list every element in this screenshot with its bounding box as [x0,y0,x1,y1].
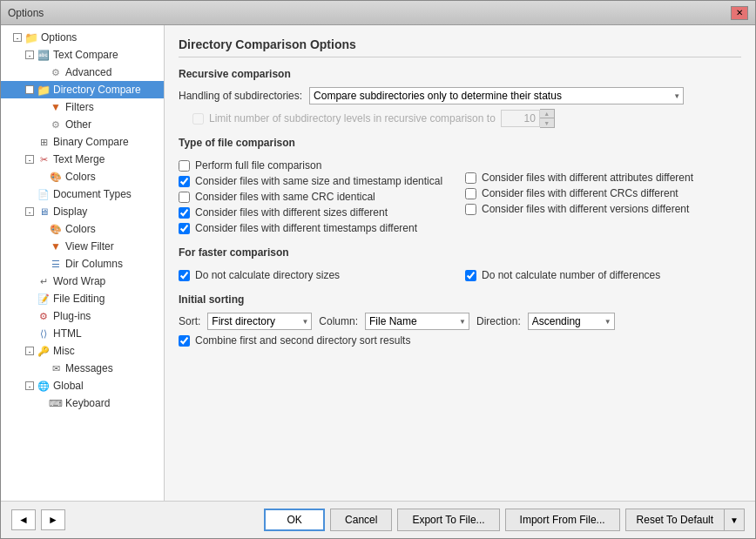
export-button[interactable]: Export To File... [397,509,499,531]
viewfilter-icon: ▼ [49,239,63,253]
sidebar-label-options: Options [41,31,77,44]
chk-diff-sizes-row: Consider files with different sizes diff… [179,206,455,219]
limit-row: Limit number of subdirectory levels in r… [192,109,741,128]
colors-display-icon: 🎨 [49,222,63,236]
expand-misc[interactable]: - [25,347,34,355]
sidebar-label-view-filter: View Filter [65,240,114,253]
cancel-button[interactable]: Cancel [330,509,392,531]
subdirectories-select[interactable]: Compare subdirectories only to determine… [309,87,684,104]
close-button[interactable]: ✕ [731,6,748,20]
sidebar-item-other[interactable]: ⚙ Other [1,116,164,133]
sidebar-item-global[interactable]: - 🌐 Global [1,377,164,394]
spinner-down[interactable]: ▼ [540,118,554,127]
ok-button[interactable]: OK [264,509,325,531]
chk-diff-sizes[interactable] [179,207,190,219]
binary-compare-icon: ⊞ [37,135,51,149]
expand-global[interactable]: - [25,381,34,390]
chk-no-diff-count-row: Do not calculate number of differences [465,269,741,281]
chk-diff-attrs-label: Consider files with different attributes… [482,172,693,184]
spinner-up[interactable]: ▲ [540,110,554,118]
sidebar-item-text-merge[interactable]: - ✂ Text Merge [1,151,164,168]
spinner-wrap: ▲ ▼ [501,109,555,128]
sidebar-item-binary-compare[interactable]: ⊞ Binary Compare [1,133,164,151]
chk-same-crc[interactable] [179,192,190,203]
chk-diff-crcs[interactable] [465,188,476,199]
limit-label: Limit number of subdirectory levels in r… [209,112,496,125]
sidebar-item-file-editing[interactable]: 📝 File Editing [1,290,164,307]
expand-text-compare[interactable]: - [25,51,34,59]
sidebar-item-dir-columns[interactable]: ☰ Dir Columns [1,255,164,273]
sidebar-item-word-wrap[interactable]: ↵ Word Wrap [1,273,164,290]
expand-text-merge[interactable]: - [25,155,34,164]
sidebar-item-plug-ins[interactable]: ⚙ Plug-ins [1,307,164,325]
chk-no-diff-count[interactable] [465,270,476,281]
display-icon: 🖥 [37,205,51,219]
sidebar-item-text-compare[interactable]: - 🔤 Text Compare [1,46,164,64]
chk-diff-timestamps[interactable] [179,223,190,234]
messages-icon: ✉ [49,361,63,375]
sidebar-item-document-types[interactable]: 📄 Document Types [1,185,164,203]
sidebar-item-misc[interactable]: - 🔑 Misc [1,342,164,360]
sidebar-label-plug-ins: Plug-ins [53,310,91,322]
title-bar: Options ✕ [1,1,755,25]
sidebar-item-messages[interactable]: ✉ Messages [1,360,164,377]
sidebar-item-keyboard[interactable]: ⌨ Keyboard [1,394,164,412]
subdirectories-label: Handling of subdirectories: [179,90,302,102]
chk-combine-row: Combine first and second directory sort … [179,334,741,347]
nav-forward-button[interactable]: ► [41,509,65,530]
column-select[interactable]: File Name Size Date Type [365,313,469,330]
text-compare-icon: 🔤 [37,48,51,62]
limit-spinner-input[interactable] [501,110,540,127]
expand-display[interactable]: - [25,207,34,216]
expand-options[interactable]: - [13,33,22,42]
sort-select[interactable]: First directory Second directory Both [207,313,312,330]
sidebar-item-filters[interactable]: ▼ Filters [1,98,164,116]
chk-diff-timestamps-label: Consider files with different timestamps… [195,222,417,234]
chk-same-crc-row: Consider files with same CRC identical [179,191,455,203]
reset-split-button: Reset To Default ▼ [625,509,745,531]
reset-main-button[interactable]: Reset To Default [625,509,725,531]
chk-no-dir-sizes-label: Do not calculate directory sizes [195,269,340,281]
sidebar-item-directory-compare[interactable]: - 📁 Directory Compare [1,81,164,98]
sidebar-item-display[interactable]: - 🖥 Display [1,203,164,220]
sidebar-item-advanced[interactable]: ⚙ Advanced [1,64,164,81]
sidebar-item-colors-merge[interactable]: 🎨 Colors [1,168,164,185]
expand-dir-compare[interactable]: - [25,85,34,94]
chk-diff-versions-row: Consider files with different versions d… [465,203,741,215]
section-sorting: Initial sorting [179,293,741,306]
subdirectories-select-wrap: Compare subdirectories only to determine… [309,87,684,104]
chk-combine[interactable] [179,335,190,347]
other-icon: ⚙ [49,118,63,131]
reset-arrow-button[interactable]: ▼ [724,509,745,531]
chk-no-dir-sizes[interactable] [179,270,190,281]
direction-select[interactable]: Ascending Descending [528,313,615,330]
text-merge-icon: ✂ [37,152,51,166]
chk-diff-attrs[interactable] [465,172,476,184]
sidebar-label-binary-compare: Binary Compare [53,136,129,148]
sidebar-item-colors-display[interactable]: 🎨 Colors [1,220,164,238]
chk-diff-versions[interactable] [465,204,476,215]
advanced-icon: ⚙ [49,65,63,79]
chk-size-timestamp[interactable] [179,176,190,187]
sidebar-item-html[interactable]: ⟨⟩ HTML [1,325,164,342]
action-buttons: OK Cancel Export To File... Import From … [264,509,745,531]
sidebar-item-options[interactable]: - 📁 Options [1,29,164,46]
sidebar-label-global: Global [53,380,84,392]
subdirectories-row: Handling of subdirectories: Compare subd… [179,87,741,104]
sidebar-label-file-editing: File Editing [53,293,105,305]
nav-back-button[interactable]: ◄ [11,509,36,530]
direction-label: Direction: [476,315,521,327]
sidebar-label-misc: Misc [53,345,75,357]
chk-full-compare[interactable] [179,160,190,172]
panel-title: Directory Comparison Options [179,37,741,57]
chk-same-crc-label: Consider files with same CRC identical [195,191,375,203]
chk-diff-crcs-label: Consider files with different CRCs diffe… [482,187,678,199]
global-icon: 🌐 [37,379,51,393]
limit-checkbox[interactable] [192,113,204,125]
sidebar-item-view-filter[interactable]: ▼ View Filter [1,238,164,255]
section-file-comparison: Type of file comparison [179,137,741,149]
import-button[interactable]: Import From File... [505,509,620,531]
sorting-row: Sort: First directory Second directory B… [179,313,741,330]
section-recursive: Recursive comparison [179,68,741,80]
options-window: Options ✕ - 📁 Options - 🔤 Text Compare ⚙ [0,0,756,539]
